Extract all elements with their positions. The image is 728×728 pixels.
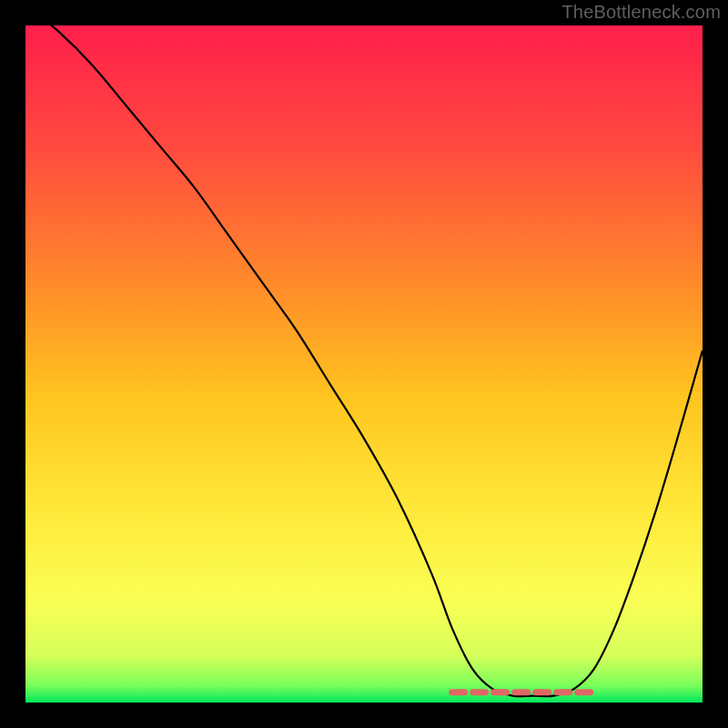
chart-container: TheBottleneck.com [0,0,728,728]
gradient-plot-area [25,25,703,703]
watermark-text: TheBottleneck.com [561,2,721,23]
bottleneck-chart [0,0,728,728]
